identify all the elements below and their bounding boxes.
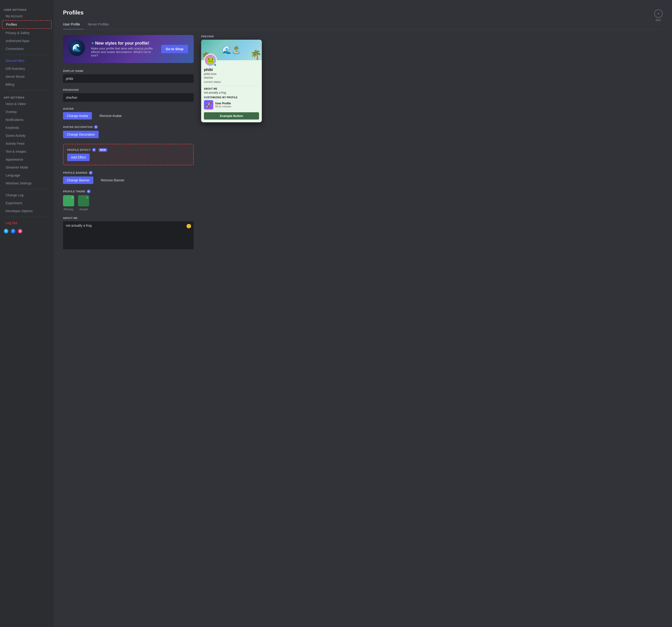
profile-card-body: 🐸 🔥 💙 ✂️ 🔄 phibi phibi.isme s (201, 60, 262, 122)
form-column: 🌊 ✦ New styles for your profile! Make yo… (63, 35, 194, 256)
activity-item: 🚀 User Profile 00:01 minutes (204, 100, 259, 110)
sidebar-item-text-images[interactable]: Text & Images (2, 148, 52, 155)
tab-bar: User Profile Server Profiles (63, 21, 663, 29)
change-decoration-button[interactable]: Change Decoration (63, 131, 99, 138)
avatar-section: AVATAR Change Avatar Remove Avatar (63, 108, 194, 119)
sidebar-item-keybinds[interactable]: Keybinds (2, 124, 52, 132)
twitter-icon[interactable]: 𝕏 (4, 229, 8, 233)
accent-color-swatch[interactable]: ↗ (78, 195, 89, 206)
about-me-wrapper: 🙂 (63, 221, 194, 250)
main-content: × ESC Profiles User Profile Server Profi… (54, 0, 672, 627)
facebook-icon[interactable]: f (11, 229, 16, 233)
nitro-icon-theme: N (87, 189, 91, 193)
nitro-icon: N (94, 125, 98, 129)
profile-theme-section: PROFILE THEME N ↗ Primary ↗ Accent (63, 189, 194, 211)
promo-art: 🌊 (69, 40, 87, 59)
remove-banner-button[interactable]: Remove Banner (97, 177, 128, 184)
sidebar-item-my-account[interactable]: My Account (2, 13, 52, 20)
esc-button-container: × ESC (654, 9, 663, 22)
promo-title: ✦ New styles for your profile! (91, 41, 158, 46)
go-to-shop-button[interactable]: Go to Shop (161, 45, 188, 53)
emoji-button[interactable]: 🙂 (186, 224, 191, 229)
avatar-container: 🐸 (204, 54, 217, 67)
sidebar-item-language[interactable]: Language (2, 171, 52, 179)
theme-colors: ↗ Primary ↗ Accent (63, 195, 194, 211)
pronouns-input[interactable] (63, 93, 194, 102)
change-banner-button[interactable]: Change Banner (63, 177, 93, 184)
about-me-card-text: not actually a frog (204, 91, 259, 94)
app-settings-label: APP SETTINGS (0, 92, 54, 100)
tab-user-profile[interactable]: User Profile (63, 21, 84, 29)
example-button[interactable]: Example Button (204, 112, 259, 119)
instagram-icon[interactable]: ◎ (18, 229, 22, 233)
promo-banner: 🌊 ✦ New styles for your profile! Make yo… (63, 35, 194, 63)
sidebar-item-experiment[interactable]: Experiment (2, 199, 52, 207)
promo-subtitle: Make your profile feel alive with snazzy… (91, 47, 158, 57)
accent-label: Accent (79, 208, 88, 211)
about-me-textarea[interactable] (63, 221, 194, 249)
pronouns-label: PRONOUNS (63, 89, 194, 91)
profile-card: 🌴 🌊🏝️ 🌴 🐸 � (201, 40, 262, 122)
remove-avatar-button[interactable]: Remove Avatar (96, 112, 125, 119)
customizing-label: CUSTOMIZING MY PROFILE (204, 96, 259, 99)
esc-label: ESC (656, 19, 661, 22)
profile-banner-label: PROFILE BANNER N (63, 171, 194, 175)
profile-status: current status (204, 80, 259, 84)
primary-arrow-icon: ↗ (71, 196, 73, 199)
change-avatar-button[interactable]: Change Avatar (63, 112, 92, 119)
primary-color-swatch[interactable]: ↗ (63, 195, 74, 206)
page-title: Profiles (63, 9, 663, 16)
sidebar-item-change-log[interactable]: Change Log (2, 191, 52, 199)
profile-banner-section: PROFILE BANNER N Change Banner Remove Ba… (63, 171, 194, 184)
avatar-decoration-label: AVATAR DECORATION N (63, 125, 194, 129)
nitro-icon-banner: N (89, 171, 93, 175)
accent-arrow-icon: ↗ (86, 196, 88, 199)
sidebar-item-game-activity[interactable]: Game Activity (2, 132, 52, 139)
palm-right-icon: 🌴 (250, 49, 262, 60)
sidebar-item-connections[interactable]: Connections (2, 45, 52, 52)
close-button[interactable]: × (654, 9, 663, 18)
sidebar-item-developer-options[interactable]: Developer Options (2, 207, 52, 215)
sidebar-item-authorized-apps[interactable]: Authorized Apps (2, 37, 52, 45)
close-icon: × (657, 12, 659, 16)
sidebar-item-profiles[interactable]: Profiles (2, 20, 52, 29)
new-badge: NEW (99, 148, 107, 152)
sidebar-item-windows-settings[interactable]: Windows Settings (2, 180, 52, 187)
sidebar-item-notifications[interactable]: Notifications (2, 116, 52, 123)
sidebar-divider-4 (4, 217, 50, 217)
sidebar-item-log-out[interactable]: Log Out (2, 219, 52, 227)
profile-display-name: phibi (204, 68, 259, 72)
display-name-input[interactable] (63, 74, 194, 83)
sidebar-item-activity-feed[interactable]: Activity Feed (2, 140, 52, 147)
avatar-label: AVATAR (63, 108, 194, 110)
sidebar-item-discord-nitro[interactable]: Discord Nitro (2, 57, 52, 65)
sidebar-item-privacy-safety[interactable]: Privacy & Safety (2, 29, 52, 37)
sidebar-item-overlay[interactable]: Overlay (2, 108, 52, 116)
primary-label: Primary (64, 208, 73, 211)
online-indicator (214, 64, 217, 66)
about-me-label: ABOUT ME (63, 217, 194, 219)
theme-accent-item: ↗ Accent (78, 195, 89, 211)
pronouns-section: PRONOUNS (63, 89, 194, 102)
nitro-icon-effect: N (92, 148, 96, 152)
sidebar-item-voice-video[interactable]: Voice & Video (2, 100, 52, 108)
sidebar-social-links: 𝕏 f ◎ (0, 227, 54, 235)
add-effect-button[interactable]: Add Effect (67, 154, 90, 161)
sidebar-item-gift-inventory[interactable]: Gift Inventory (2, 65, 52, 72)
sidebar-item-streamer-mode[interactable]: Streamer Mode (2, 164, 52, 171)
sidebar-item-server-boost[interactable]: Server Boost (2, 73, 52, 80)
avatar-decoration-section: AVATAR DECORATION N Change Decoration (63, 125, 194, 138)
activity-title: User Profile (215, 102, 259, 105)
profile-theme-label: PROFILE THEME N (63, 189, 194, 193)
profile-username: phibi.isme (204, 72, 259, 76)
activity-thumbnail: 🚀 (204, 100, 213, 110)
about-me-section: ABOUT ME 🙂 (63, 217, 194, 250)
tab-server-profiles[interactable]: Server Profiles (88, 21, 113, 29)
preview-column: PREVIEW 🌴 🌊🏝️ 🌴 🐸 (201, 35, 262, 256)
activity-time: 00:01 minutes (215, 105, 259, 108)
sidebar-item-appearance[interactable]: Appearance (2, 156, 52, 163)
profile-effect-section: PROFILE EFFECT N NEW Add Effect (63, 144, 194, 165)
sidebar-item-billing[interactable]: Billing (2, 81, 52, 88)
about-me-card-label: ABOUT ME (204, 88, 259, 90)
sidebar-divider-2 (4, 90, 50, 91)
